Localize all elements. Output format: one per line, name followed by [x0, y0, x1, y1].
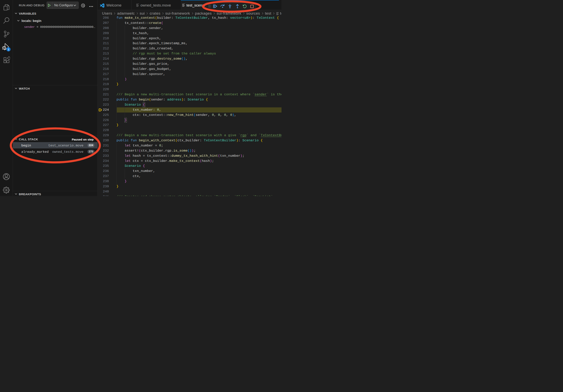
- svg-text:1: 1: [8, 48, 9, 51]
